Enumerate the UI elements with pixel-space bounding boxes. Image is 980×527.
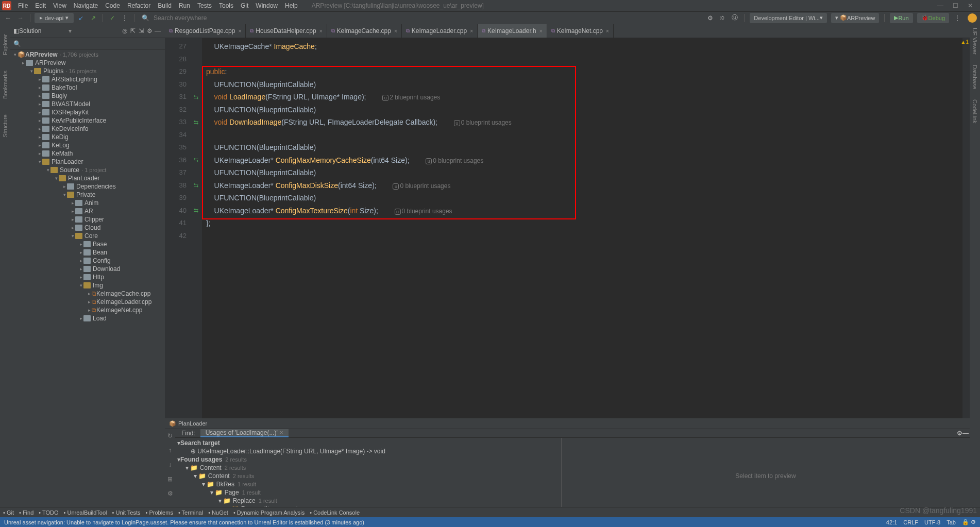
find-item[interactable]: ▾ 📁 ResgoodItem.uasset1 result bbox=[175, 505, 561, 507]
tree-item[interactable]: ▾ Core bbox=[10, 232, 165, 240]
tree-item[interactable]: ▸ ⧉ KeImageNet.cpp bbox=[10, 306, 165, 314]
tree-item[interactable]: ▸ Anim bbox=[10, 199, 165, 207]
find-item[interactable]: ▾ 📁 Content2 results bbox=[175, 464, 561, 472]
locate-icon[interactable]: ◎ bbox=[121, 27, 129, 35]
rail-codelink[interactable]: CodeLink bbox=[972, 99, 978, 123]
maximize-button[interactable]: ☐ bbox=[953, 2, 958, 9]
tree-item[interactable]: ▸ Base bbox=[10, 240, 165, 248]
more-icon[interactable]: ⋮ bbox=[120, 14, 130, 22]
back-button[interactable]: ← bbox=[3, 14, 13, 22]
tree-item[interactable]: ▸ BakeTool bbox=[10, 83, 165, 92]
bottom-todo[interactable]: • TODO bbox=[39, 509, 58, 516]
menu-help[interactable]: Help bbox=[281, 2, 301, 9]
avatar[interactable] bbox=[968, 13, 977, 23]
tree-item[interactable]: ▸ ARPreview bbox=[10, 59, 165, 67]
breadcrumb[interactable]: 📦 PlanLoader bbox=[165, 418, 970, 429]
menu-tools[interactable]: Tools bbox=[215, 2, 237, 9]
tab-KeImageLoader.cpp[interactable]: ⧉KeImageLoader.cpp× bbox=[402, 24, 478, 38]
tab-ResgoodListPage.cpp[interactable]: ⧉ResgoodListPage.cpp× bbox=[165, 24, 246, 38]
tree-item[interactable]: ▾ Private bbox=[10, 191, 165, 199]
more-run-icon[interactable]: ⋮ bbox=[952, 14, 962, 22]
refresh-icon[interactable]: ↻ bbox=[167, 432, 173, 439]
bottom-nuget[interactable]: • NuGet bbox=[208, 509, 228, 516]
status-UTF-8[interactable]: UTF-8 bbox=[924, 519, 940, 525]
tree-item[interactable]: ▸ ⧉ KeImageCache.cpp bbox=[10, 290, 165, 298]
warning-indicator[interactable]: ▲1 bbox=[961, 39, 969, 45]
tree-item[interactable]: ▸ KeDeviceInfo bbox=[10, 125, 165, 133]
tree-item[interactable]: ▸ Dependencies bbox=[10, 182, 165, 191]
menu-refactor[interactable]: Refactor bbox=[124, 2, 154, 9]
bottom-dynamic-program-analysis[interactable]: • Dynamic Program Analysis bbox=[233, 509, 305, 516]
pin-icon[interactable]: ↑ bbox=[168, 447, 172, 454]
menu-git[interactable]: Git bbox=[237, 2, 252, 9]
cog-icon[interactable]: ⚙ bbox=[705, 14, 715, 22]
tree-item[interactable]: ▾ Source · 1 project bbox=[10, 166, 165, 174]
sidebar-search[interactable]: 🔍 bbox=[10, 38, 165, 49]
status-CRLF[interactable]: CRLF bbox=[903, 519, 918, 525]
tree-item[interactable]: ▾ Img bbox=[10, 281, 165, 290]
tree-item[interactable]: ▸ ARStaticLighting bbox=[10, 75, 165, 83]
collapse-icon[interactable]: ⇲ bbox=[137, 27, 145, 35]
find-tab-usages[interactable]: Usages of 'LoadImage(...)' × bbox=[200, 429, 289, 437]
search-everywhere[interactable]: 🔍 Search everywhere bbox=[139, 14, 703, 22]
menu-file[interactable]: File bbox=[14, 2, 31, 9]
find-gear-icon[interactable]: ⚙ bbox=[957, 430, 962, 437]
expand-icon[interactable]: ⇱ bbox=[129, 27, 137, 35]
tree-item[interactable]: ▸ ⧉ KeImageLoader.cpp bbox=[10, 298, 165, 306]
menu-code[interactable]: Code bbox=[102, 2, 124, 9]
commit-icon[interactable]: ↗ bbox=[88, 14, 98, 22]
find-search-target[interactable]: ▾ Search target bbox=[175, 439, 561, 447]
tree-item[interactable]: ▸ Download bbox=[10, 265, 165, 273]
tab-KeImageLoader.h[interactable]: ⧉KeImageLoader.h× bbox=[478, 24, 547, 38]
find-item[interactable]: ▾ 📁 Replace1 result bbox=[175, 497, 561, 505]
bottom-unit-tests[interactable]: • Unit Tests bbox=[112, 509, 141, 516]
tree-item[interactable]: ▸ KeDig bbox=[10, 133, 165, 141]
ue-icon[interactable]: ⛭ bbox=[717, 14, 728, 22]
tree-item[interactable]: ▸ IOSReplayKit bbox=[10, 108, 165, 116]
build-config[interactable]: Development Editor | Wi... ▾ bbox=[750, 13, 827, 23]
tree-item[interactable]: ▸ KeLog bbox=[10, 141, 165, 149]
menu-tests[interactable]: Tests bbox=[194, 2, 215, 9]
grid-icon[interactable]: ⊞ bbox=[167, 475, 173, 483]
forward-button[interactable]: → bbox=[15, 14, 26, 22]
find-hide-icon[interactable]: — bbox=[962, 430, 969, 437]
down-icon[interactable]: ↓ bbox=[168, 461, 172, 468]
tree-item[interactable]: ▸ BWASTModel bbox=[10, 100, 165, 108]
debug-button[interactable]: 🐞 Debug bbox=[917, 13, 949, 23]
ue-logo-icon[interactable]: ⓤ bbox=[730, 13, 740, 22]
menu-navigate[interactable]: Navigate bbox=[70, 2, 102, 9]
check-icon[interactable]: ✓ bbox=[107, 14, 117, 22]
tree-item[interactable]: ▾ PlanLoader bbox=[10, 174, 165, 182]
tree-item[interactable]: ▸ Load bbox=[10, 314, 165, 322]
minimize-button[interactable]: — bbox=[937, 2, 943, 9]
tree-item[interactable]: ▸ Clipper bbox=[10, 215, 165, 224]
code-editor[interactable]: UKeImageCache* ImageCache;public: UFUNCT… bbox=[202, 38, 962, 418]
hide-icon[interactable]: — bbox=[154, 27, 162, 35]
menu-edit[interactable]: Edit bbox=[31, 2, 49, 9]
find-found-usages[interactable]: ▾ Found usages2 results bbox=[175, 455, 561, 464]
find-item[interactable]: ▾ 📁 BkRes1 result bbox=[175, 480, 561, 488]
tree-item[interactable]: ▸ KeArPublicInterface bbox=[10, 116, 165, 125]
status-Tab[interactable]: Tab bbox=[947, 519, 956, 525]
rail-structure[interactable]: Structure bbox=[2, 114, 8, 138]
branch-selector[interactable]: ▸ dev-api ▾ bbox=[35, 13, 74, 23]
menu-window[interactable]: Window bbox=[252, 2, 281, 9]
rail-bookmarks[interactable]: Bookmarks bbox=[2, 71, 8, 99]
menu-view[interactable]: View bbox=[49, 2, 70, 9]
status-42:1[interactable]: 42:1 bbox=[886, 519, 897, 525]
rail-explorer[interactable]: Explorer bbox=[2, 34, 8, 55]
close-button[interactable]: ✕ bbox=[968, 2, 973, 9]
tree-item[interactable]: ▾ Plugins · 16 projects bbox=[10, 67, 165, 75]
bottom-find[interactable]: • Find bbox=[19, 509, 33, 516]
find-results-tree[interactable]: ▾ Search target⊕ UKeImageLoader::LoadIma… bbox=[175, 438, 562, 507]
menu-build[interactable]: Build bbox=[154, 2, 175, 9]
project-tree[interactable]: ▾ 📦 ARPreview · 1,706 projects▸ ARPrevie… bbox=[10, 49, 165, 507]
tree-item[interactable]: ▾ PlanLoader bbox=[10, 158, 165, 166]
tree-item[interactable]: ▸ AR bbox=[10, 207, 165, 215]
tree-item[interactable]: ▸ Cloud bbox=[10, 224, 165, 232]
gear-icon[interactable]: ⚙ bbox=[145, 27, 154, 35]
settings-icon[interactable]: ⚙ bbox=[167, 490, 173, 497]
tree-item[interactable]: ▸ Bean bbox=[10, 248, 165, 257]
tree-item[interactable]: ▸ Bugly bbox=[10, 92, 165, 100]
rail-database[interactable]: Database bbox=[972, 65, 978, 89]
